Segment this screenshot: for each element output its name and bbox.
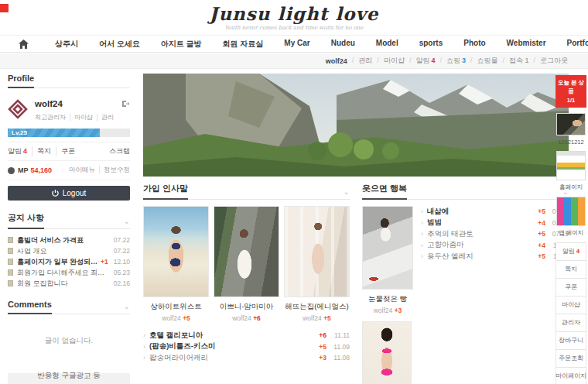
breadcrumb-myshop[interactable]: 마이샵 xyxy=(372,56,405,66)
role-manage[interactable]: 관리 xyxy=(97,114,114,121)
gallery-card[interactable]: 눈물젖은 빵 wolf24 +3 xyxy=(362,206,413,314)
gallery-card[interactable]: 해뜨는집(에니멀스) wolf24 +5 xyxy=(284,206,350,322)
alarm-link[interactable]: 알림4 xyxy=(8,146,27,156)
home-button[interactable] xyxy=(19,39,29,49)
nav-item-portfolio[interactable]: Portfolio xyxy=(567,39,588,50)
main-nav: 상주시 어서 오세요 아지트 글방 회원 자료실 My Car Nudeu Mo… xyxy=(0,35,588,53)
notice-heading: 공지 사항 ⌄ xyxy=(8,212,130,229)
post-list-item[interactable]: 팝송머라이어캐리 +3 11.08 xyxy=(143,352,350,364)
breadcrumb-shopping[interactable]: 쇼핑3 xyxy=(435,56,466,66)
notice-item[interactable]: 홈빌더 서비스 가격표 07.22 xyxy=(8,235,130,245)
profile-alarm-count: 4 xyxy=(23,147,27,155)
document-icon xyxy=(8,280,13,286)
post-list-item[interactable]: 고향아줌마 +4 11.11 xyxy=(421,240,569,252)
breadcrumb-mall[interactable]: 쇼핑몰 xyxy=(466,56,498,66)
quick-menu-coupon[interactable]: 쿠폰 xyxy=(556,279,586,297)
nav-item-member-files[interactable]: 회원 자료실 xyxy=(223,39,264,50)
quick-menu-mypage[interactable]: 마이페이지 xyxy=(556,368,586,384)
breadcrumb-alarm[interactable]: 알림4 xyxy=(405,56,436,66)
post-list-item[interactable]: 내삶에 +5 07.18 xyxy=(421,206,569,218)
document-icon xyxy=(8,269,13,276)
home-icon xyxy=(19,39,29,49)
avatar[interactable] xyxy=(8,99,28,119)
level-label: Lv.25 xyxy=(12,129,27,137)
nav-item-agit[interactable]: 아지트 글방 xyxy=(161,39,202,50)
post-list-item[interactable]: 추억의 태관토 +5 07.15 xyxy=(421,228,569,240)
recent-product-label[interactable]: 앱 페이지 xyxy=(559,229,583,237)
recent-product-label[interactable]: 홈페이지 xyxy=(559,183,583,191)
mp-row: MP 54,160 마이메뉴정보수정 xyxy=(8,161,130,180)
breadcrumb-connect[interactable]: 접속 1 xyxy=(497,56,528,66)
quick-menu-myshop[interactable]: 마이샵 xyxy=(556,297,586,314)
site-logo[interactable]: Junsu light love xyxy=(0,5,588,22)
profile-username: wolf24 xyxy=(35,99,63,108)
quick-menu-cart[interactable]: 장바구니 xyxy=(556,332,586,350)
point-coin-icon xyxy=(8,167,15,174)
post-list-item[interactable]: (팝송)비틀즈-키스미 +5 11.09 xyxy=(143,341,350,353)
post-list-item[interactable]: 빔빔 +4 07.18 xyxy=(421,218,569,229)
notice-section: 공지 사항 ⌄ 홈빌더 서비스 가격표 07.22 사업 개요 07.22 홈페… xyxy=(8,212,130,289)
nav-item-model[interactable]: Model xyxy=(376,39,398,50)
photo-thumbnail xyxy=(362,321,412,384)
nav-item-photo[interactable]: Photo xyxy=(463,39,485,50)
nav-item-webmister[interactable]: Webmister xyxy=(507,39,546,50)
role-myshop[interactable]: 마이샵 xyxy=(70,114,93,121)
nav-item-nudeu[interactable]: Nudeu xyxy=(331,39,355,50)
photo-thumbnail xyxy=(284,206,350,297)
post-list-item[interactable]: 호텔 캘리포니아 +6 11.11 xyxy=(143,330,350,341)
nav-item-mycar[interactable]: My Car xyxy=(284,39,309,50)
profile-quick-links: 알림4 쪽지 쿠폰 스크랩 xyxy=(8,142,130,161)
coupon-link[interactable]: 쿠폰 xyxy=(56,146,75,156)
recent-product-label[interactable]: 12121212 xyxy=(558,139,583,146)
notice-item[interactable]: 홈페이지가 일부 완성되었습니다.가입해도… +1 12.10 xyxy=(8,256,130,267)
quick-menu-alarm[interactable]: 알림4 xyxy=(556,243,586,261)
post-list-item[interactable]: 용두산 엘레지 +5 11.11 xyxy=(421,251,569,262)
recent-product-thumbnail[interactable] xyxy=(556,151,586,180)
mp-value: 54,160 xyxy=(31,166,53,174)
hero-banner-image[interactable] xyxy=(143,74,569,177)
mymenu-link[interactable]: 마이메뉴 xyxy=(69,166,95,173)
breadcrumb-manage[interactable]: 관리 xyxy=(347,56,373,66)
quick-menu-admin[interactable]: 관리자 xyxy=(556,314,586,332)
quick-menu-note[interactable]: 쪽지 xyxy=(556,261,586,279)
greeting-section: 가입 인사말 ⌄ 상하이트위스트 wolf24 +5 이쁘니-맘마미아 wolf… xyxy=(143,183,350,384)
gallery-card[interactable]: 이쁘니-맘마미아 wolf24 +6 xyxy=(214,206,279,322)
site-header: Junsu light love Youth never comes back … xyxy=(0,0,588,35)
notice-more-icon[interactable]: ⌄ xyxy=(124,217,130,228)
nav-item-welcome[interactable]: 어서 오세요 xyxy=(99,39,140,50)
nav-menu: 상주시 어서 오세요 아지트 글방 회원 자료실 My Car Nudeu Mo… xyxy=(55,39,588,50)
gallery-card[interactable]: 사랑의 밧데리 xyxy=(362,321,412,384)
notice-item[interactable]: 회원 모집합니다 02.16 xyxy=(8,278,130,289)
nav-item-sports[interactable]: sports xyxy=(419,39,443,50)
today-viewed-count: 1/1 xyxy=(556,96,586,105)
note-link[interactable]: 쪽지 xyxy=(32,146,51,156)
notice-item[interactable]: 사업 개요 07.22 xyxy=(8,245,130,256)
profile-roles: 최고관리자마이샵관리 xyxy=(35,114,114,121)
document-icon xyxy=(8,248,13,254)
recent-product-thumbnail[interactable] xyxy=(556,113,586,135)
site-slogan: Youth never comes back and time waits fo… xyxy=(0,25,588,31)
comments-more-icon[interactable]: ⌄ xyxy=(124,302,130,314)
page: Junsu light love Youth never comes back … xyxy=(0,0,588,384)
exit-icon[interactable] xyxy=(121,100,130,108)
greeting-more-icon[interactable]: ⌄ xyxy=(344,187,350,199)
notice-item[interactable]: 회원가입 다시해주세요 죄송합니다 05.23 xyxy=(8,267,130,278)
edit-info-link[interactable]: 정보수정 xyxy=(99,166,130,173)
comments-empty-text: 글이 없습니다. xyxy=(8,336,130,346)
nav-item-sangjusi[interactable]: 상주시 xyxy=(55,39,78,50)
recent-product-thumbnail[interactable] xyxy=(556,197,586,226)
breadcrumb-logout[interactable]: 로그아웃 xyxy=(528,56,568,66)
gallery-card[interactable]: 상하이트위스트 wolf24 +5 xyxy=(143,206,209,322)
document-icon xyxy=(8,259,13,265)
shop-strip: 오늘 본 상품 1/1 12121212 홈페이지 앱 페이지 알림4 쪽지 쿠… xyxy=(556,75,586,384)
quick-menu-orders[interactable]: 주문조회 xyxy=(556,350,586,368)
breadcrumb-user[interactable]: wolf24 xyxy=(326,57,347,65)
today-viewed-box[interactable]: 오늘 본 상품 1/1 xyxy=(556,75,586,108)
photo-thumbnail xyxy=(143,206,209,297)
comments-heading: Comments ⌄ xyxy=(8,300,130,314)
logout-button[interactable]: Logout xyxy=(8,186,130,201)
comments-section: Comments ⌄ 글이 없습니다. xyxy=(8,300,130,346)
mp-label: MP xyxy=(18,166,29,174)
scrap-link[interactable]: 스크랩 xyxy=(109,146,130,156)
role-admin[interactable]: 최고관리자 xyxy=(35,114,66,121)
